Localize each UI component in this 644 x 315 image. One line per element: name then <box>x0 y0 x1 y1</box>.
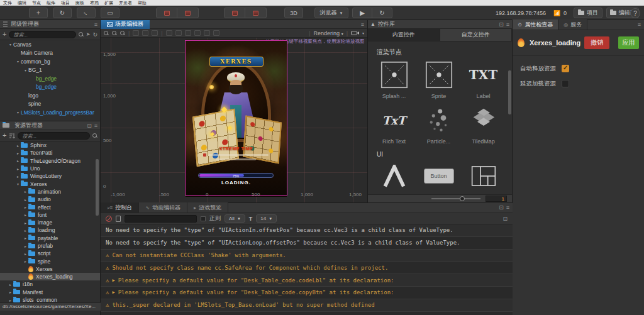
panel-menu-icon[interactable]: ≡ <box>638 21 641 28</box>
asset-row[interactable]: ▸script <box>0 250 100 257</box>
asset-row[interactable]: ▸loading <box>0 226 100 234</box>
zoom-reset-icon[interactable] <box>120 31 125 36</box>
panel-menu-icon[interactable]: ≡ <box>506 204 509 211</box>
tab-services[interactable]: ◎ 服务 <box>558 19 587 30</box>
asset-row[interactable]: ▸animation <box>0 188 100 196</box>
tab-scene-editor[interactable]: 场景编辑器 <box>101 20 150 29</box>
console-filter-input[interactable] <box>125 215 197 223</box>
tab-custom-widgets[interactable]: 自定义控件 <box>440 29 513 41</box>
asset-row[interactable]: ▸Uno <box>0 165 100 172</box>
asset-row[interactable]: ▸WingoLottery <box>0 172 100 180</box>
distribute-v-icon[interactable] <box>204 30 210 36</box>
widget-particle[interactable]: Particle... <box>416 106 461 145</box>
camera-icon[interactable] <box>351 30 359 36</box>
async-load-checkbox[interactable] <box>562 80 569 87</box>
align-right-icon[interactable] <box>185 30 191 36</box>
asset-row[interactable]: ▸TeenPatti <box>0 149 100 157</box>
menu-file[interactable]: 文件 <box>3 0 12 6</box>
asset-row[interactable]: ▸i18n <box>0 280 100 288</box>
tree-node[interactable]: bg_edge <box>0 83 100 92</box>
widget-tiledmap[interactable]: TiledMap <box>461 106 506 145</box>
popout-icon[interactable]: ⊡ <box>499 204 504 211</box>
scene-viewport[interactable]: 使用鼠标右键平移视窗焦点，使用滚轮缩放视图 XERXES XTREME TIME <box>101 38 367 202</box>
menu-component[interactable]: 组件 <box>47 0 55 6</box>
tab-console[interactable]: >≡ 控制台 <box>101 202 139 213</box>
revert-button[interactable]: 撤销 <box>584 36 609 49</box>
popout-icon[interactable]: ⊡ <box>87 123 92 129</box>
refresh-icon[interactable]: ↻ <box>92 31 97 38</box>
align-hcenter-icon[interactable] <box>175 30 182 36</box>
panel-menu-icon[interactable]: ≡ <box>94 21 97 28</box>
asset-row-selected[interactable]: Xerxes_loading <box>0 273 100 280</box>
distribute-size-icon[interactable] <box>213 30 219 36</box>
align-vcenter-icon[interactable] <box>142 30 148 36</box>
menu-layout[interactable]: 布局 <box>90 0 99 6</box>
menu-node[interactable]: 节点 <box>32 0 41 6</box>
menu-extension[interactable]: 扩展 <box>104 0 113 6</box>
align-top-icon[interactable] <box>133 30 139 36</box>
widget-layout[interactable] <box>461 162 506 191</box>
expand-icon[interactable]: ▶ <box>112 290 114 295</box>
pivot-center-button[interactable] <box>156 8 177 18</box>
rendering-dropdown[interactable]: Rendering ▾ <box>314 30 343 36</box>
asset-row[interactable]: ▸Sphinx <box>0 141 100 149</box>
clear-console-icon[interactable] <box>106 216 112 222</box>
asset-row[interactable]: Xerxes <box>0 265 100 273</box>
preview-target-dropdown[interactable]: 浏览器▼ <box>314 8 348 18</box>
panel-menu-icon[interactable]: ≡ <box>94 123 97 129</box>
align-bottom-icon[interactable] <box>152 30 158 36</box>
scale-tool-button[interactable]: ↔ <box>77 8 96 18</box>
expand-icon[interactable]: ▶ <box>112 278 114 283</box>
tab-builtin-widgets[interactable]: 内置控件 <box>368 29 440 41</box>
move-tool-button[interactable]: + <box>29 8 48 18</box>
tree-node[interactable]: bg_edge <box>0 74 100 83</box>
hierarchy-search-input[interactable]: 搜索... <box>9 31 75 38</box>
coord-world-button[interactable] <box>245 8 267 18</box>
asset-row[interactable]: ▾Xerxes <box>0 180 100 187</box>
widget-zoom-value[interactable]: 1 <box>486 196 507 202</box>
rotate-tool-button[interactable]: ↻ <box>53 8 72 18</box>
menu-project[interactable]: 项目 <box>61 0 70 6</box>
assets-search-input[interactable]: 搜索... <box>18 132 90 140</box>
asset-row[interactable]: ▸spine <box>0 257 100 265</box>
widget-button[interactable]: Button <box>416 162 461 191</box>
asset-row[interactable]: ▸TheLegendOfDragon <box>0 157 100 165</box>
align-left-icon[interactable] <box>166 30 172 36</box>
log-row-warning[interactable]: ⚠▶Please specifiy a default value for "D… <box>101 287 513 299</box>
widget-splash[interactable]: Splash ... <box>372 60 416 99</box>
tree-node[interactable]: ▾Canvas <box>0 40 100 49</box>
auto-release-checkbox[interactable] <box>562 65 569 72</box>
tree-node[interactable]: ▾BG_1 <box>0 66 100 75</box>
panel-menu-icon[interactable]: ≡ <box>506 21 509 28</box>
zoom-out-icon[interactable] <box>112 31 117 36</box>
popout-icon[interactable]: ⊡ <box>499 21 504 28</box>
coord-local-button[interactable] <box>224 8 245 18</box>
toggle-3d-button[interactable]: 3D <box>284 8 303 18</box>
log-row-warning[interactable]: ⚠▶Please specifiy a default value for "D… <box>101 274 513 287</box>
asset-row[interactable]: ▸audio <box>0 196 100 203</box>
widget-label[interactable]: TXT Label <box>461 60 506 99</box>
assets-scrollbar[interactable] <box>96 159 99 216</box>
slider-thumb[interactable] <box>460 196 465 201</box>
font-size-dropdown[interactable]: 14▼ <box>256 214 277 223</box>
open-log-file-icon[interactable] <box>116 216 121 222</box>
widgets-scrollbar[interactable] <box>508 70 511 114</box>
pivot-anchor-button[interactable] <box>177 8 199 18</box>
play-button[interactable]: ▶ <box>352 8 372 18</box>
widget-richtext[interactable]: TxT Rich Text <box>372 106 416 145</box>
widget-sprite[interactable]: Sprite <box>416 60 461 99</box>
asset-row[interactable]: ▸image <box>0 219 100 226</box>
sort-icon[interactable] <box>9 133 15 139</box>
tree-node[interactable]: ▾LMSlots_Loading_progressBar <box>0 108 100 117</box>
tab-inspector[interactable]: ⚙ 属性检查器 <box>513 19 558 30</box>
tab-game-preview[interactable]: ▸ 游戏预览 <box>187 202 228 213</box>
asset-row[interactable]: ▸effect <box>0 203 100 211</box>
locate-icon[interactable]: ➤ <box>86 31 91 37</box>
create-asset-button[interactable]: + <box>3 132 6 139</box>
widget-mask[interactable] <box>372 162 416 191</box>
log-level-dropdown[interactable]: All▼ <box>225 214 245 223</box>
collapse-icon[interactable]: ⊡ <box>502 216 508 222</box>
refresh-button[interactable]: ↻ <box>372 8 392 18</box>
regex-checkbox[interactable] <box>201 216 206 221</box>
widget-zoom-slider[interactable] <box>431 198 480 199</box>
